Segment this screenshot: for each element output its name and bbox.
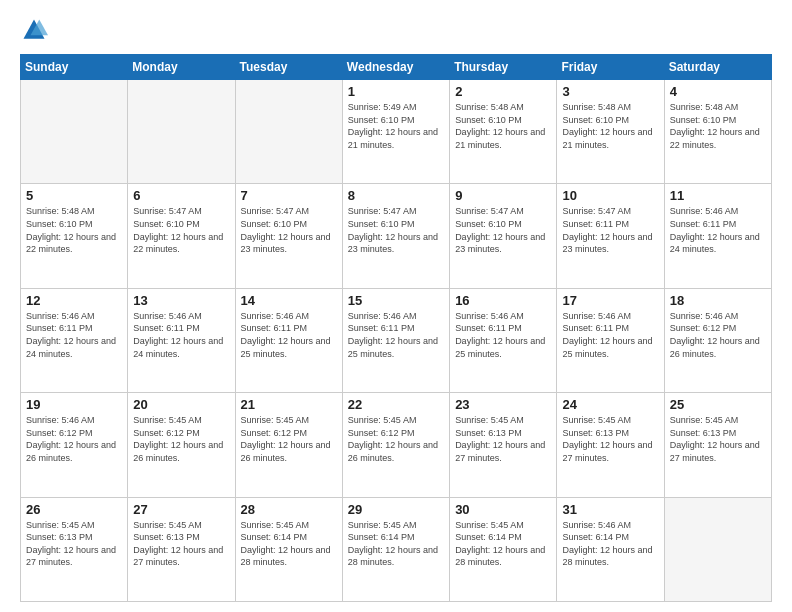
day-info: Sunrise: 5:46 AM Sunset: 6:12 PM Dayligh… (26, 414, 122, 464)
calendar-cell: 11Sunrise: 5:46 AM Sunset: 6:11 PM Dayli… (664, 184, 771, 288)
day-number: 20 (133, 397, 229, 412)
day-number: 16 (455, 293, 551, 308)
weekday-header: Thursday (450, 55, 557, 80)
calendar-cell: 28Sunrise: 5:45 AM Sunset: 6:14 PM Dayli… (235, 497, 342, 601)
day-number: 14 (241, 293, 337, 308)
day-number: 21 (241, 397, 337, 412)
day-info: Sunrise: 5:46 AM Sunset: 6:11 PM Dayligh… (670, 205, 766, 255)
day-info: Sunrise: 5:45 AM Sunset: 6:13 PM Dayligh… (562, 414, 658, 464)
day-number: 3 (562, 84, 658, 99)
calendar-cell: 9Sunrise: 5:47 AM Sunset: 6:10 PM Daylig… (450, 184, 557, 288)
logo-icon (20, 16, 48, 44)
day-info: Sunrise: 5:48 AM Sunset: 6:10 PM Dayligh… (455, 101, 551, 151)
day-info: Sunrise: 5:46 AM Sunset: 6:14 PM Dayligh… (562, 519, 658, 569)
day-number: 2 (455, 84, 551, 99)
calendar-week-row: 26Sunrise: 5:45 AM Sunset: 6:13 PM Dayli… (21, 497, 772, 601)
day-number: 9 (455, 188, 551, 203)
calendar-cell: 21Sunrise: 5:45 AM Sunset: 6:12 PM Dayli… (235, 393, 342, 497)
calendar-cell (235, 80, 342, 184)
day-number: 31 (562, 502, 658, 517)
calendar-cell: 24Sunrise: 5:45 AM Sunset: 6:13 PM Dayli… (557, 393, 664, 497)
calendar-week-row: 12Sunrise: 5:46 AM Sunset: 6:11 PM Dayli… (21, 288, 772, 392)
day-number: 6 (133, 188, 229, 203)
day-info: Sunrise: 5:47 AM Sunset: 6:11 PM Dayligh… (562, 205, 658, 255)
day-info: Sunrise: 5:46 AM Sunset: 6:11 PM Dayligh… (348, 310, 444, 360)
weekday-header: Tuesday (235, 55, 342, 80)
day-number: 5 (26, 188, 122, 203)
calendar-cell (664, 497, 771, 601)
day-info: Sunrise: 5:48 AM Sunset: 6:10 PM Dayligh… (562, 101, 658, 151)
calendar-cell: 14Sunrise: 5:46 AM Sunset: 6:11 PM Dayli… (235, 288, 342, 392)
day-number: 26 (26, 502, 122, 517)
calendar-cell: 5Sunrise: 5:48 AM Sunset: 6:10 PM Daylig… (21, 184, 128, 288)
calendar-cell: 26Sunrise: 5:45 AM Sunset: 6:13 PM Dayli… (21, 497, 128, 601)
calendar-cell (128, 80, 235, 184)
day-info: Sunrise: 5:45 AM Sunset: 6:13 PM Dayligh… (26, 519, 122, 569)
day-info: Sunrise: 5:48 AM Sunset: 6:10 PM Dayligh… (26, 205, 122, 255)
day-info: Sunrise: 5:45 AM Sunset: 6:12 PM Dayligh… (348, 414, 444, 464)
calendar-cell: 15Sunrise: 5:46 AM Sunset: 6:11 PM Dayli… (342, 288, 449, 392)
calendar-cell: 22Sunrise: 5:45 AM Sunset: 6:12 PM Dayli… (342, 393, 449, 497)
day-info: Sunrise: 5:46 AM Sunset: 6:11 PM Dayligh… (26, 310, 122, 360)
calendar: SundayMondayTuesdayWednesdayThursdayFrid… (20, 54, 772, 602)
calendar-cell: 27Sunrise: 5:45 AM Sunset: 6:13 PM Dayli… (128, 497, 235, 601)
page: SundayMondayTuesdayWednesdayThursdayFrid… (0, 0, 792, 612)
calendar-cell: 1Sunrise: 5:49 AM Sunset: 6:10 PM Daylig… (342, 80, 449, 184)
day-info: Sunrise: 5:47 AM Sunset: 6:10 PM Dayligh… (133, 205, 229, 255)
day-number: 7 (241, 188, 337, 203)
calendar-cell: 7Sunrise: 5:47 AM Sunset: 6:10 PM Daylig… (235, 184, 342, 288)
day-number: 12 (26, 293, 122, 308)
day-info: Sunrise: 5:47 AM Sunset: 6:10 PM Dayligh… (455, 205, 551, 255)
calendar-cell: 3Sunrise: 5:48 AM Sunset: 6:10 PM Daylig… (557, 80, 664, 184)
calendar-cell: 23Sunrise: 5:45 AM Sunset: 6:13 PM Dayli… (450, 393, 557, 497)
day-number: 28 (241, 502, 337, 517)
day-number: 18 (670, 293, 766, 308)
calendar-cell: 16Sunrise: 5:46 AM Sunset: 6:11 PM Dayli… (450, 288, 557, 392)
calendar-cell: 10Sunrise: 5:47 AM Sunset: 6:11 PM Dayli… (557, 184, 664, 288)
day-info: Sunrise: 5:47 AM Sunset: 6:10 PM Dayligh… (348, 205, 444, 255)
day-info: Sunrise: 5:46 AM Sunset: 6:11 PM Dayligh… (455, 310, 551, 360)
day-number: 19 (26, 397, 122, 412)
calendar-cell: 17Sunrise: 5:46 AM Sunset: 6:11 PM Dayli… (557, 288, 664, 392)
day-info: Sunrise: 5:46 AM Sunset: 6:11 PM Dayligh… (241, 310, 337, 360)
calendar-cell: 2Sunrise: 5:48 AM Sunset: 6:10 PM Daylig… (450, 80, 557, 184)
logo (20, 16, 52, 44)
day-info: Sunrise: 5:45 AM Sunset: 6:14 PM Dayligh… (241, 519, 337, 569)
calendar-week-row: 1Sunrise: 5:49 AM Sunset: 6:10 PM Daylig… (21, 80, 772, 184)
day-number: 24 (562, 397, 658, 412)
day-info: Sunrise: 5:45 AM Sunset: 6:12 PM Dayligh… (133, 414, 229, 464)
calendar-cell: 18Sunrise: 5:46 AM Sunset: 6:12 PM Dayli… (664, 288, 771, 392)
day-number: 8 (348, 188, 444, 203)
calendar-cell: 29Sunrise: 5:45 AM Sunset: 6:14 PM Dayli… (342, 497, 449, 601)
weekday-header: Sunday (21, 55, 128, 80)
calendar-cell: 19Sunrise: 5:46 AM Sunset: 6:12 PM Dayli… (21, 393, 128, 497)
calendar-cell: 13Sunrise: 5:46 AM Sunset: 6:11 PM Dayli… (128, 288, 235, 392)
calendar-cell: 8Sunrise: 5:47 AM Sunset: 6:10 PM Daylig… (342, 184, 449, 288)
day-info: Sunrise: 5:45 AM Sunset: 6:13 PM Dayligh… (133, 519, 229, 569)
weekday-header: Wednesday (342, 55, 449, 80)
day-info: Sunrise: 5:46 AM Sunset: 6:12 PM Dayligh… (670, 310, 766, 360)
calendar-cell: 4Sunrise: 5:48 AM Sunset: 6:10 PM Daylig… (664, 80, 771, 184)
weekday-header: Friday (557, 55, 664, 80)
day-number: 13 (133, 293, 229, 308)
day-number: 30 (455, 502, 551, 517)
day-number: 29 (348, 502, 444, 517)
day-number: 1 (348, 84, 444, 99)
day-number: 10 (562, 188, 658, 203)
day-info: Sunrise: 5:45 AM Sunset: 6:13 PM Dayligh… (670, 414, 766, 464)
day-info: Sunrise: 5:45 AM Sunset: 6:14 PM Dayligh… (348, 519, 444, 569)
weekday-header: Monday (128, 55, 235, 80)
day-number: 22 (348, 397, 444, 412)
calendar-week-row: 19Sunrise: 5:46 AM Sunset: 6:12 PM Dayli… (21, 393, 772, 497)
calendar-cell (21, 80, 128, 184)
calendar-cell: 25Sunrise: 5:45 AM Sunset: 6:13 PM Dayli… (664, 393, 771, 497)
calendar-cell: 12Sunrise: 5:46 AM Sunset: 6:11 PM Dayli… (21, 288, 128, 392)
day-number: 25 (670, 397, 766, 412)
calendar-cell: 6Sunrise: 5:47 AM Sunset: 6:10 PM Daylig… (128, 184, 235, 288)
day-info: Sunrise: 5:45 AM Sunset: 6:12 PM Dayligh… (241, 414, 337, 464)
day-number: 27 (133, 502, 229, 517)
day-number: 4 (670, 84, 766, 99)
day-info: Sunrise: 5:47 AM Sunset: 6:10 PM Dayligh… (241, 205, 337, 255)
day-number: 11 (670, 188, 766, 203)
day-number: 23 (455, 397, 551, 412)
